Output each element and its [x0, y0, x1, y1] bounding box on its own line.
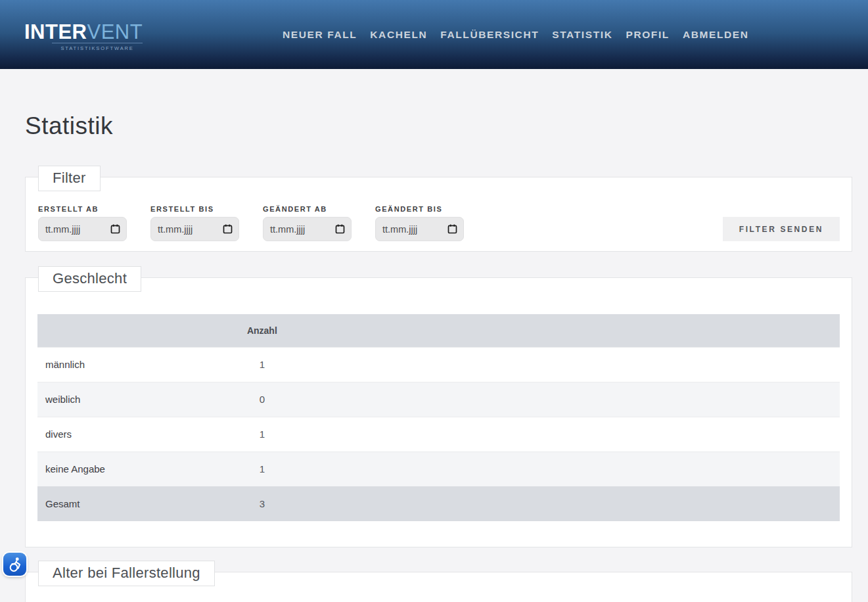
filter-submit-button[interactable]: FILTER SENDEN — [723, 217, 840, 241]
erstellt-ab-label: ERSTELLT AB — [38, 205, 127, 213]
row-label: keine Angabe — [37, 452, 214, 486]
total-label: Gesamt — [37, 486, 214, 521]
logo-part-vent: VENT — [87, 20, 143, 43]
row-value: 1 — [214, 347, 311, 382]
logo-part-inter: INTER — [24, 20, 87, 43]
row-label: divers — [37, 417, 214, 452]
erstellt-bis-date-input[interactable]: tt.mm.jjjj — [150, 217, 239, 241]
calendar-icon[interactable] — [447, 224, 457, 234]
field-geaendert-bis: GEÄNDERT BIS tt.mm.jjjj — [375, 205, 464, 241]
total-value: 3 — [214, 486, 311, 521]
table-row: divers 1 — [37, 417, 840, 452]
accessibility-widget-button[interactable] — [3, 553, 26, 576]
nav-item-abmelden[interactable]: ABMELDEN — [683, 29, 749, 41]
table-header-row: Anzahl — [37, 314, 840, 347]
spacer-column-header — [310, 314, 840, 347]
row-value: 1 — [214, 417, 311, 452]
row-value: 1 — [214, 452, 311, 486]
calendar-icon[interactable] — [223, 224, 233, 234]
geaendert-ab-date-input[interactable]: tt.mm.jjjj — [263, 217, 352, 241]
nav-item-profil[interactable]: PROFIL — [626, 29, 669, 41]
geaendert-ab-placeholder: tt.mm.jjjj — [270, 224, 305, 235]
geschlecht-panel: Geschlecht Anzahl männlich 1 weiblich 0 — [25, 277, 852, 547]
geaendert-bis-date-input[interactable]: tt.mm.jjjj — [375, 217, 464, 241]
filter-panel-legend: Filter — [38, 166, 101, 191]
table-row: keine Angabe 1 — [37, 452, 840, 486]
nav-item-statistik[interactable]: STATISTIK — [552, 29, 612, 41]
navbar: INTERVENT STATISTIKSOFTWARE NEUER FALL K… — [0, 0, 868, 69]
main-navigation: NEUER FALL KACHELN FALLÜBERSICHT STATIST… — [283, 0, 749, 69]
calendar-icon[interactable] — [335, 224, 345, 234]
field-erstellt-ab: ERSTELLT AB tt.mm.jjjj — [38, 205, 127, 241]
anzahl-column-header: Anzahl — [214, 314, 311, 347]
field-geaendert-ab: GEÄNDERT AB tt.mm.jjjj — [263, 205, 352, 241]
logo-wordmark: INTERVENT — [24, 22, 143, 42]
filter-panel: Filter ERSTELLT AB tt.mm.jjjj ERSTELLT B… — [25, 177, 852, 252]
wheelchair-accessibility-icon — [7, 556, 24, 573]
table-total-row: Gesamt 3 — [37, 486, 840, 521]
nav-item-falluebersicht[interactable]: FALLÜBERSICHT — [440, 29, 539, 41]
main-content: Statistik Filter ERSTELLT AB tt.mm.jjjj … — [0, 69, 868, 602]
geschlecht-table: Anzahl männlich 1 weiblich 0 divers 1 — [37, 314, 840, 521]
logo-subtitle: STATISTIKSOFTWARE — [52, 43, 143, 51]
erstellt-ab-date-input[interactable]: tt.mm.jjjj — [38, 217, 127, 241]
geaendert-bis-label: GEÄNDERT BIS — [375, 205, 464, 213]
calendar-icon[interactable] — [110, 224, 120, 234]
nav-item-kacheln[interactable]: KACHELN — [370, 29, 427, 41]
field-erstellt-bis: ERSTELLT BIS tt.mm.jjjj — [150, 205, 239, 241]
geschlecht-panel-legend: Geschlecht — [38, 266, 141, 292]
geaendert-bis-placeholder: tt.mm.jjjj — [382, 224, 417, 235]
erstellt-ab-placeholder: tt.mm.jjjj — [45, 224, 80, 235]
nav-item-neuer-fall[interactable]: NEUER FALL — [283, 29, 357, 41]
alter-panel-legend: Alter bei Fallerstellung — [38, 561, 215, 586]
app-logo[interactable]: INTERVENT STATISTIKSOFTWARE — [24, 22, 143, 51]
row-label: männlich — [37, 347, 214, 382]
row-value: 0 — [214, 382, 311, 417]
table-row: weiblich 0 — [37, 382, 840, 417]
geaendert-ab-label: GEÄNDERT AB — [263, 205, 352, 213]
label-column-header — [37, 314, 214, 347]
alter-panel: Alter bei Fallerstellung — [25, 572, 852, 602]
erstellt-bis-label: ERSTELLT BIS — [150, 205, 239, 213]
page-title: Statistik — [25, 114, 868, 138]
erstellt-bis-placeholder: tt.mm.jjjj — [158, 224, 193, 235]
row-label: weiblich — [37, 382, 214, 417]
table-row: männlich 1 — [37, 347, 840, 382]
